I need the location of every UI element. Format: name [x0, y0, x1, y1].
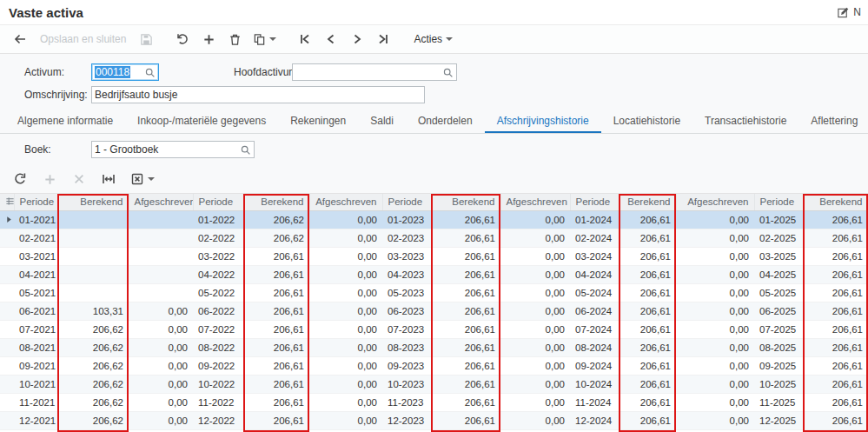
delete-button[interactable] — [223, 28, 246, 50]
cell-afgeschreven[interactable] — [129, 283, 193, 302]
cell-periode[interactable]: 06-2025 — [754, 302, 803, 320]
export-button[interactable] — [127, 168, 158, 190]
boek-field[interactable]: 1 - Grootboek — [91, 141, 255, 158]
delete-row-button[interactable] — [68, 168, 90, 190]
cell-afgeschreven[interactable]: 0,00 — [129, 411, 193, 429]
undo-button[interactable] — [171, 28, 194, 50]
cell-afgeschreven[interactable]: 0,00 — [676, 247, 754, 265]
cell-afgeschreven[interactable]: 0,00 — [129, 320, 193, 338]
cell-periode[interactable]: 10-2024 — [570, 375, 619, 393]
table-row[interactable]: 12-2021206,620,0012-2022206,610,0012-202… — [0, 411, 868, 429]
cell-berekend[interactable]: 206,61 — [243, 393, 309, 411]
cell-afgeschreven[interactable]: 0,00 — [129, 356, 193, 375]
table-row[interactable]: 09-2021206,620,0009-2022206,610,0009-202… — [0, 356, 868, 375]
tab-transactiehistorie[interactable]: Transactiehistorie — [692, 110, 798, 133]
cell-afgeschreven[interactable]: 0,00 — [309, 302, 382, 320]
previous-record-button[interactable] — [320, 28, 342, 50]
cell-afgeschreven[interactable]: 0,00 — [500, 265, 570, 283]
table-row[interactable]: 01-202101-2022206,620,0001-2023206,610,0… — [0, 210, 868, 229]
cell-periode[interactable]: 08-2023 — [382, 338, 431, 356]
add-button[interactable] — [197, 28, 220, 50]
cell-periode[interactable]: 07-2021 — [14, 320, 57, 338]
cell-periode[interactable]: 12-2021 — [14, 411, 57, 429]
add-row-button[interactable] — [38, 168, 61, 190]
cell-berekend[interactable]: 206,61 — [431, 302, 500, 320]
cell-afgeschreven[interactable]: 0,00 — [676, 393, 754, 411]
cell-berekend[interactable] — [57, 283, 129, 302]
cell-periode[interactable]: 05-2023 — [382, 283, 431, 302]
cell-periode[interactable]: 08-2022 — [193, 338, 243, 356]
activum-field[interactable]: 000118 — [91, 63, 159, 81]
cell-berekend[interactable]: 206,61 — [619, 265, 676, 283]
cell-periode[interactable]: 08-2024 — [570, 338, 619, 356]
tab-onderdelen[interactable]: Onderdelen — [406, 110, 485, 133]
cell-periode[interactable]: 11-2021 — [14, 393, 57, 411]
cell-afgeschreven[interactable]: 0,00 — [309, 320, 382, 338]
cell-afgeschreven[interactable]: 0,00 — [309, 229, 382, 247]
cell-afgeschreven[interactable]: 0,00 — [676, 302, 754, 320]
cell-periode[interactable]: 04-2023 — [382, 265, 431, 283]
cell-berekend[interactable]: 206,62 — [243, 229, 309, 247]
cell-berekend[interactable]: 103,31 — [57, 302, 129, 320]
cell-berekend[interactable]: 206,61 — [619, 411, 676, 429]
cell-berekend[interactable]: 206,61 — [431, 283, 500, 302]
actions-button[interactable]: Acties — [408, 28, 458, 50]
cell-berekend[interactable]: 206,61 — [803, 320, 868, 338]
column-header-berekend[interactable]: Berekend — [243, 194, 309, 210]
cell-periode[interactable]: 09-2023 — [382, 356, 431, 375]
cell-berekend[interactable] — [57, 210, 129, 229]
table-row[interactable]: 08-2021206,620,0008-2022206,610,0008-202… — [0, 338, 868, 356]
cell-afgeschreven[interactable] — [129, 247, 193, 265]
cell-afgeschreven[interactable]: 0,00 — [129, 302, 193, 320]
cell-afgeschreven[interactable]: 0,00 — [309, 356, 382, 375]
tab-aflettering[interactable]: Aflettering — [798, 110, 868, 133]
tab-locatiehistorie[interactable]: Locatiehistorie — [601, 110, 692, 133]
cell-berekend[interactable]: 206,61 — [619, 210, 676, 229]
fit-width-button[interactable] — [97, 168, 120, 190]
cell-berekend[interactable]: 206,61 — [803, 356, 868, 375]
table-row[interactable]: 02-202102-2022206,620,0002-2023206,610,0… — [0, 229, 868, 247]
cell-berekend[interactable]: 206,62 — [243, 210, 309, 229]
cell-periode[interactable]: 11-2024 — [570, 393, 619, 411]
cell-afgeschreven[interactable]: 0,00 — [500, 338, 570, 356]
column-header-afgeschreven[interactable]: Afgeschreven — [676, 194, 754, 210]
cell-periode[interactable]: 03-2023 — [382, 247, 431, 265]
cell-afgeschreven[interactable]: 0,00 — [309, 375, 382, 393]
cell-berekend[interactable]: 206,61 — [803, 229, 868, 247]
cell-berekend[interactable]: 206,61 — [431, 338, 500, 356]
cell-berekend[interactable]: 206,61 — [803, 265, 868, 283]
cell-berekend[interactable] — [57, 265, 129, 283]
cell-berekend[interactable]: 206,61 — [243, 338, 309, 356]
column-header-periode[interactable]: Periode — [193, 194, 243, 210]
cell-berekend[interactable]: 206,61 — [619, 356, 676, 375]
cell-berekend[interactable] — [57, 247, 129, 265]
table-row[interactable]: 03-202103-2022206,610,0003-2023206,610,0… — [0, 247, 868, 265]
cell-periode[interactable]: 12-2022 — [193, 411, 243, 429]
cell-berekend[interactable]: 206,61 — [243, 302, 309, 320]
cell-afgeschreven[interactable]: 0,00 — [676, 338, 754, 356]
column-header-afgeschreven[interactable]: Afgeschreven — [129, 194, 193, 210]
cell-afgeschreven[interactable] — [129, 265, 193, 283]
cell-afgeschreven[interactable]: 0,00 — [309, 210, 382, 229]
cell-periode[interactable]: 01-2025 — [754, 210, 803, 229]
last-record-button[interactable] — [372, 28, 394, 50]
cell-afgeschreven[interactable]: 0,00 — [129, 338, 193, 356]
cell-periode[interactable]: 10-2022 — [193, 375, 243, 393]
cell-berekend[interactable]: 206,61 — [431, 265, 500, 283]
cell-periode[interactable]: 05-2025 — [754, 283, 803, 302]
cell-berekend[interactable]: 206,61 — [431, 320, 500, 338]
cell-afgeschreven[interactable]: 0,00 — [129, 393, 193, 411]
cell-periode[interactable]: 12-2025 — [754, 411, 803, 429]
cell-berekend[interactable]: 206,61 — [619, 229, 676, 247]
cell-periode[interactable]: 05-2021 — [14, 283, 57, 302]
cell-periode[interactable]: 03-2025 — [754, 247, 803, 265]
cell-periode[interactable]: 06-2021 — [14, 302, 57, 320]
cell-periode[interactable]: 11-2025 — [754, 393, 803, 411]
cell-afgeschreven[interactable]: 0,00 — [309, 247, 382, 265]
cell-berekend[interactable]: 206,62 — [57, 320, 129, 338]
cell-berekend[interactable]: 206,61 — [619, 302, 676, 320]
cell-periode[interactable]: 11-2023 — [382, 393, 431, 411]
cell-afgeschreven[interactable]: 0,00 — [676, 320, 754, 338]
next-record-button[interactable] — [346, 28, 368, 50]
cell-afgeschreven[interactable]: 0,00 — [500, 247, 570, 265]
